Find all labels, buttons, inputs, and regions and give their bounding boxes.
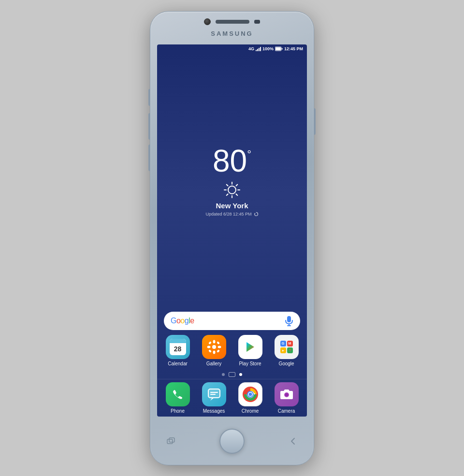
camera-label: Camera — [278, 408, 295, 414]
dock-chrome[interactable]: Chrome — [233, 382, 267, 414]
google-search-bar[interactable]: Google — [164, 312, 300, 330]
svg-line-9 — [236, 194, 238, 196]
svg-line-8 — [227, 185, 228, 186]
svg-point-17 — [213, 340, 215, 343]
weather-widget[interactable]: 80 ° New York — [157, 52, 307, 308]
apps-grid: 28 Calendar — [157, 335, 307, 366]
front-camera — [204, 18, 211, 25]
dock-phone[interactable]: Phone — [161, 382, 194, 414]
home-dot — [229, 372, 235, 377]
battery-percent: 100% — [262, 46, 274, 51]
svg-rect-38 — [167, 439, 173, 444]
svg-point-24 — [216, 349, 219, 352]
microphone-icon[interactable] — [285, 316, 293, 326]
chrome-icon — [238, 382, 262, 406]
messages-label: Messages — [203, 408, 225, 414]
messages-icon — [202, 382, 226, 406]
calendar-label: Calendar — [168, 361, 188, 366]
playstore-icon — [238, 335, 262, 359]
brand-label: SAMSUNG — [211, 30, 253, 37]
power-button[interactable] — [314, 108, 316, 135]
calendar-icon: 28 — [166, 335, 190, 359]
svg-point-16 — [212, 345, 216, 349]
battery-icon — [275, 46, 283, 51]
home-button[interactable] — [219, 429, 245, 454]
app-google[interactable]: G M ▶ 📍 Google — [270, 335, 303, 366]
status-icons: 4G 100% 12:45 PM — [248, 46, 303, 51]
google-label: Google — [278, 361, 294, 366]
playstore-label: Play Store — [239, 361, 261, 366]
chrome-label: Chrome — [242, 408, 259, 414]
phone-device: SAMSUNG 4G 100% 12:4 — [150, 11, 314, 465]
status-time: 12:45 PM — [284, 46, 303, 51]
network-type: 4G — [248, 46, 254, 51]
earpiece-speaker — [216, 20, 249, 24]
svg-point-23 — [208, 349, 211, 352]
gallery-icon — [202, 335, 226, 359]
app-calendar[interactable]: 28 Calendar — [161, 335, 194, 366]
svg-rect-13 — [287, 316, 291, 322]
svg-point-19 — [207, 346, 210, 348]
svg-rect-39 — [169, 438, 174, 442]
phone-top-area — [204, 18, 260, 25]
camera-icon — [275, 382, 299, 406]
refresh-icon — [254, 212, 259, 216]
svg-rect-2 — [276, 47, 281, 50]
phone-screen[interactable]: 4G 100% 12:45 PM — [157, 44, 307, 417]
google-logo: Google — [171, 317, 194, 325]
app-gallery[interactable]: Gallery — [197, 335, 231, 366]
svg-point-21 — [208, 341, 211, 344]
temperature-value: 80 — [213, 145, 247, 176]
phone-icon — [166, 382, 190, 406]
recent-apps-button[interactable] — [167, 437, 175, 446]
svg-point-18 — [213, 350, 215, 354]
signal-icon — [256, 46, 261, 51]
dock-messages[interactable]: Messages — [197, 382, 231, 414]
bottom-navigation — [157, 424, 307, 458]
page-dot-active — [239, 373, 242, 376]
svg-point-22 — [216, 341, 219, 344]
svg-point-35 — [248, 392, 252, 396]
back-button[interactable] — [289, 437, 297, 446]
proximity-sensor — [254, 20, 260, 24]
svg-rect-1 — [281, 48, 282, 49]
gallery-label: Gallery — [206, 361, 222, 366]
volume-down-button[interactable] — [148, 144, 150, 171]
svg-line-10 — [236, 185, 238, 186]
status-bar: 4G 100% 12:45 PM — [157, 44, 307, 52]
temperature-display: 80 ° — [213, 145, 251, 176]
app-playstore[interactable]: Play Store — [233, 335, 267, 366]
phone-label: Phone — [171, 408, 185, 414]
degree-symbol: ° — [247, 149, 251, 160]
page-indicators — [157, 370, 307, 379]
weather-sun-icon — [222, 180, 242, 200]
svg-point-20 — [218, 346, 221, 348]
svg-point-37 — [285, 393, 288, 396]
app-dock: Phone Messages — [157, 379, 307, 417]
svg-rect-26 — [208, 389, 220, 398]
volume-up-button[interactable] — [148, 113, 150, 140]
city-label: New York — [216, 202, 248, 210]
page-dot-1 — [222, 373, 225, 376]
dock-camera[interactable]: Camera — [270, 382, 303, 414]
svg-line-11 — [227, 194, 228, 196]
weather-updated: Updated 6/28 12:45 PM — [205, 212, 258, 216]
left-btn-top[interactable] — [148, 89, 150, 106]
google-folder-icon: G M ▶ 📍 — [275, 335, 299, 359]
svg-marker-12 — [254, 213, 256, 215]
svg-point-3 — [228, 186, 236, 194]
